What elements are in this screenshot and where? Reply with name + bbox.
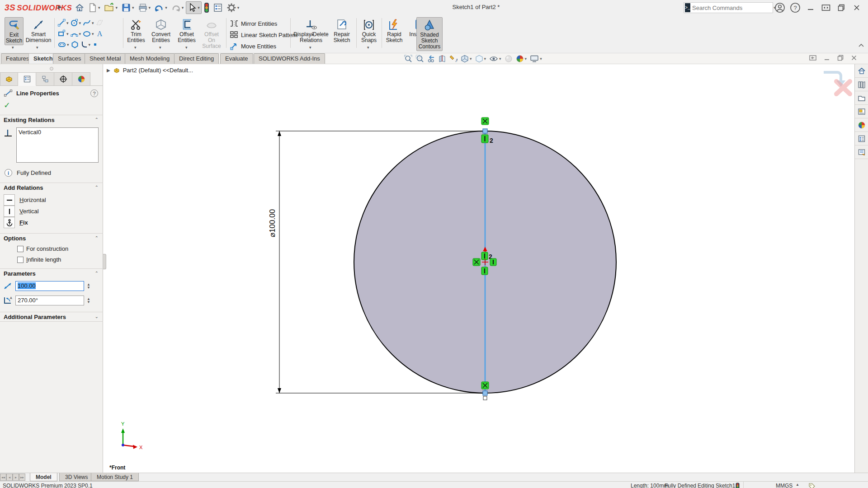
- add-relation-horizontal[interactable]: Horizontal: [4, 194, 46, 206]
- center-right-vertical-badge[interactable]: [490, 258, 496, 266]
- dropdown-caret-icon[interactable]: ▾: [198, 5, 200, 10]
- angle-input[interactable]: 270.00°: [15, 296, 84, 305]
- display-manager-tab[interactable]: [72, 72, 90, 86]
- exit-sketch-caret-icon[interactable]: ▾: [12, 45, 14, 50]
- custom-properties-button[interactable]: [855, 132, 868, 145]
- open-document-button[interactable]: ▾: [103, 1, 119, 14]
- home-button[interactable]: [73, 1, 86, 14]
- motion-study-tab[interactable]: Motion Study 1: [91, 473, 139, 481]
- menu-flyout-arrow-icon[interactable]: ▶: [58, 4, 61, 10]
- quick-snaps-caret-icon[interactable]: ▾: [367, 45, 369, 50]
- tab-surfaces[interactable]: Surfaces: [53, 53, 86, 64]
- panel-splitter-handle[interactable]: [103, 254, 106, 269]
- dropdown-caret-icon[interactable]: ▾: [525, 56, 527, 61]
- select-tool-button[interactable]: ▾: [186, 1, 202, 14]
- view-settings-button[interactable]: ▾: [530, 55, 542, 63]
- quick-snaps-button[interactable]: Quick Snaps: [359, 17, 379, 44]
- view-palette-button[interactable]: [855, 105, 868, 118]
- ellipse-tool-button[interactable]: ▾: [82, 29, 94, 38]
- top-coincident-badge[interactable]: [481, 117, 489, 125]
- sketch-plane-tool-button[interactable]: [95, 18, 104, 28]
- tab-mesh-modeling[interactable]: Mesh Modeling: [125, 53, 175, 64]
- undo-button[interactable]: ▾: [153, 1, 169, 14]
- tab-sheet-metal[interactable]: Sheet Metal: [85, 53, 126, 64]
- slot-tool-button[interactable]: ▾: [57, 40, 70, 49]
- panel-resize-grip[interactable]: [50, 67, 53, 70]
- zoom-to-area-button[interactable]: [415, 55, 424, 63]
- dropdown-caret-icon[interactable]: ▾: [66, 21, 69, 25]
- dropdown-caret-icon[interactable]: ▾: [116, 5, 118, 10]
- angle-spinner[interactable]: ▲▼: [87, 297, 90, 304]
- undock-window-icon[interactable]: [809, 55, 816, 61]
- sketch-text-tool-button[interactable]: A: [95, 29, 104, 38]
- appearances-button[interactable]: [855, 118, 868, 132]
- zoom-to-fit-button[interactable]: [404, 55, 412, 63]
- trim-caret-icon[interactable]: ▾: [134, 45, 137, 50]
- line-tool-button[interactable]: ▾: [57, 18, 69, 28]
- bottom-coincident-badge[interactable]: [481, 382, 489, 389]
- rebuild-button[interactable]: [203, 1, 211, 14]
- circle-tool-button[interactable]: ▾: [70, 18, 82, 28]
- spline-tool-button[interactable]: ▾: [82, 18, 94, 28]
- tab-solidworks-addins[interactable]: SOLIDWORKS Add-Ins: [254, 53, 325, 64]
- existing-relations-list[interactable]: Vertical0: [16, 127, 99, 163]
- configuration-manager-tab[interactable]: [36, 72, 54, 86]
- convert-entities-button[interactable]: Convert Entities: [149, 17, 173, 44]
- mirror-entities-button[interactable]: Mirror Entities: [230, 19, 277, 28]
- view-orientation-button[interactable]: ▾: [461, 55, 472, 63]
- add-relation-vertical[interactable]: Vertical: [4, 206, 39, 217]
- length-spinner[interactable]: ▲▼: [87, 283, 90, 289]
- polygon-tool-button[interactable]: [70, 40, 80, 49]
- dropdown-caret-icon[interactable]: ▾: [66, 32, 69, 36]
- property-manager-tab[interactable]: [18, 72, 36, 86]
- shaded-sketch-contours-button[interactable]: Shaded Sketch Contours: [416, 17, 443, 51]
- expand-caret-icon[interactable]: ⌄: [95, 314, 99, 319]
- help-icon[interactable]: ?: [789, 2, 801, 14]
- center-intersection-badge[interactable]: [473, 258, 480, 266]
- options-header[interactable]: Options⌃: [0, 233, 103, 243]
- dropdown-caret-icon[interactable]: ▾: [79, 21, 81, 25]
- panel-ok-button[interactable]: ✓: [4, 100, 10, 110]
- search-input[interactable]: [692, 5, 772, 11]
- collapse-caret-icon[interactable]: ⌃: [95, 235, 99, 240]
- trim-entities-button[interactable]: Trim Entities: [126, 17, 146, 44]
- smart-dimension-button[interactable]: Smart Dimension: [25, 17, 52, 44]
- rapid-sketch-button[interactable]: Rapid Sketch: [384, 17, 404, 44]
- file-explorer-button[interactable]: [855, 91, 868, 105]
- solidworks-forum-button[interactable]: [855, 145, 868, 159]
- dropdown-caret-icon[interactable]: ▾: [484, 56, 486, 61]
- collapse-caret-icon[interactable]: ⌃: [95, 185, 99, 190]
- graphics-area[interactable]: ▶ Part2 (Default) <<Default... ⌀100.00: [103, 64, 854, 473]
- dropdown-caret-icon[interactable]: ▾: [237, 5, 240, 10]
- tab-evaluate[interactable]: Evaluate: [220, 53, 253, 64]
- line-endpoint-handle-bottom[interactable]: [483, 391, 487, 395]
- tags-icon[interactable]: [808, 483, 816, 488]
- new-document-button[interactable]: ▾: [87, 1, 102, 14]
- display-style-button[interactable]: ▾: [475, 55, 486, 63]
- point-tool-button[interactable]: [91, 41, 99, 48]
- spin-down-icon[interactable]: ▼: [87, 300, 90, 304]
- top-vertical-badge[interactable]: [481, 135, 488, 143]
- 3d-views-tab[interactable]: 3D Views: [59, 473, 94, 481]
- add-relation-fix[interactable]: Fix: [4, 217, 28, 228]
- scroll-last-tab-button[interactable]: ▸▸: [19, 474, 25, 481]
- close-document-icon[interactable]: [851, 55, 857, 61]
- for-construction-checkbox[interactable]: [17, 246, 24, 252]
- dropdown-caret-icon[interactable]: ▾: [540, 56, 542, 61]
- home-tab-button[interactable]: [855, 64, 868, 78]
- dropdown-caret-icon[interactable]: ▾: [149, 5, 151, 10]
- minimize-document-icon[interactable]: [824, 55, 830, 61]
- design-library-button[interactable]: [855, 78, 868, 91]
- existing-relations-header[interactable]: Existing Relations⌃: [0, 115, 103, 125]
- panel-help-button[interactable]: ?: [90, 89, 98, 97]
- dropdown-caret-icon[interactable]: ▾: [79, 32, 81, 36]
- repair-sketch-button[interactable]: Repair Sketch: [331, 17, 353, 44]
- display-delete-caret-icon[interactable]: ▾: [309, 45, 311, 50]
- add-relations-header[interactable]: Add Relations⌃: [0, 183, 103, 192]
- collapse-caret-icon[interactable]: ⌃: [95, 117, 99, 122]
- section-view-button[interactable]: [438, 55, 446, 63]
- rectangle-tool-button[interactable]: ▾: [57, 29, 69, 38]
- arc-tool-button[interactable]: ▾: [70, 29, 82, 38]
- minimize-button[interactable]: [805, 2, 816, 14]
- dimension-attach-handle[interactable]: [483, 396, 487, 400]
